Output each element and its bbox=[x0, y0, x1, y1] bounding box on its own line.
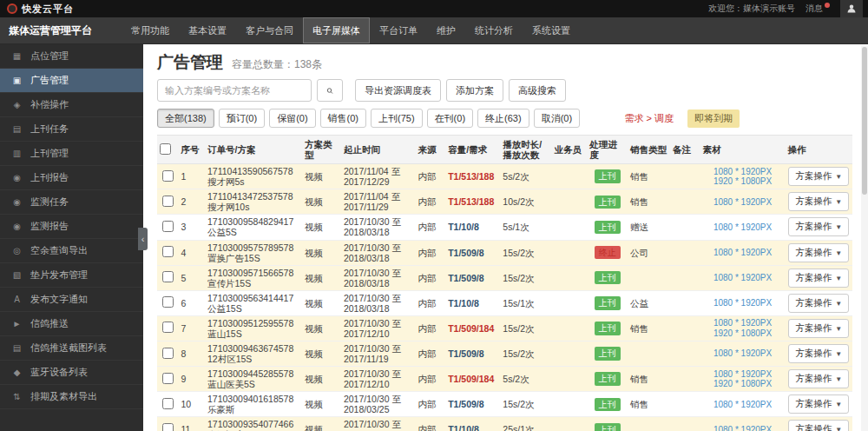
filter-button-5[interactable]: 在刊(0) bbox=[427, 109, 473, 128]
nav-item-2[interactable]: 客户与合同 bbox=[236, 17, 303, 43]
row-checkbox[interactable] bbox=[162, 322, 174, 333]
material-link[interactable]: 1080 * 1920PX bbox=[700, 341, 786, 367]
plan-actions-button[interactable]: 方案操作▼ bbox=[788, 269, 849, 288]
row-checkbox[interactable] bbox=[162, 373, 174, 384]
sidebar-item-7[interactable]: ◉ 监测报告 bbox=[0, 215, 143, 239]
row-source: 内部 bbox=[416, 315, 446, 341]
search-input[interactable] bbox=[157, 79, 312, 102]
status-badge: 上刊 bbox=[595, 322, 621, 335]
filter-button-4[interactable]: 上刊(75) bbox=[371, 109, 423, 128]
sidebar-item-12[interactable]: ▤ 信鸽推送截图列表 bbox=[0, 336, 143, 361]
row-play-duration: 15s/2次 bbox=[500, 240, 551, 265]
sidebar-item-5[interactable]: ◉ 上刊报告 bbox=[0, 166, 143, 190]
search-button[interactable] bbox=[317, 79, 343, 102]
sidebar-item-3[interactable]: ▤ 上刊任务 bbox=[0, 117, 143, 142]
row-checkbox[interactable] bbox=[162, 348, 174, 359]
column-header-1: 订单号/方案 bbox=[205, 136, 302, 164]
sidebar-item-1[interactable]: ▣ 广告管理 bbox=[0, 69, 143, 93]
scrollbar-thumb[interactable] bbox=[862, 47, 867, 195]
plan-actions-button[interactable]: 方案操作▼ bbox=[788, 344, 849, 363]
row-checkbox[interactable] bbox=[162, 423, 174, 431]
row-plan-type: 视频 bbox=[302, 265, 341, 290]
sidebar-item-13[interactable]: ◆ 蓝牙设备列表 bbox=[0, 361, 143, 385]
nav-item-5[interactable]: 维护 bbox=[427, 17, 465, 43]
sidebar-item-8[interactable]: ◎ 空余查询导出 bbox=[0, 239, 143, 263]
plan-actions-button[interactable]: 方案操作▼ bbox=[788, 217, 849, 236]
material-link[interactable]: 1080 * 1920PX bbox=[700, 392, 786, 417]
messages-link[interactable]: 消息 bbox=[806, 3, 830, 15]
legend-demand-over-schedule: 需求 > 调度 bbox=[624, 112, 674, 125]
material-link[interactable]: 1080 * 1920PX bbox=[700, 215, 786, 240]
export-schedule-button[interactable]: 导出资源调度表 bbox=[355, 79, 441, 102]
row-seq: 1 bbox=[178, 164, 205, 189]
plan-actions-button[interactable]: 方案操作▼ bbox=[788, 192, 849, 211]
column-header-7: 业务员 bbox=[551, 136, 587, 164]
chevron-down-icon: ▼ bbox=[835, 426, 842, 431]
row-date-range: 2017/10/30 至 2018/03/18 bbox=[341, 240, 416, 265]
row-seq: 6 bbox=[178, 290, 205, 315]
filter-button-0[interactable]: 全部(138) bbox=[157, 109, 214, 128]
nav-item-1[interactable]: 基本设置 bbox=[179, 17, 236, 43]
material-link[interactable]: 1080 * 1920PX 1920 * 1080PX bbox=[700, 164, 786, 189]
sidebar-item-0[interactable]: ▦ 点位管理 bbox=[0, 44, 143, 69]
sidebar-item-6[interactable]: ◉ 监测任务 bbox=[0, 190, 143, 215]
nav-item-3[interactable]: 电子屏媒体 bbox=[303, 17, 370, 43]
user-menu-button[interactable] bbox=[840, 0, 863, 17]
nav-item-6[interactable]: 统计分析 bbox=[465, 17, 523, 43]
row-checkbox[interactable] bbox=[162, 246, 174, 257]
filter-button-7[interactable]: 取消(0) bbox=[534, 109, 580, 128]
sidebar-item-2[interactable]: ◈ 补偿操作 bbox=[0, 93, 143, 117]
material-link[interactable]: 1080 * 1920PX 1920 * 1080PX bbox=[700, 315, 786, 341]
row-status-cell: 上刊 bbox=[587, 367, 628, 392]
row-capacity-demand: T1/509/8 bbox=[445, 240, 500, 265]
sidebar-item-14[interactable]: ⇅ 排期及素材导出 bbox=[0, 385, 143, 409]
plan-actions-button[interactable]: 方案操作▼ bbox=[788, 369, 849, 388]
material-link[interactable]: 1080 * 1920PX bbox=[700, 189, 786, 215]
sidebar-collapse-button[interactable]: ‹ bbox=[138, 228, 148, 250]
nav-item-4[interactable]: 平台订单 bbox=[370, 17, 427, 43]
row-checkbox[interactable] bbox=[162, 170, 174, 182]
material-link[interactable]: 1080 * 1920PX bbox=[700, 265, 786, 290]
row-remark bbox=[670, 215, 700, 240]
plan-actions-button[interactable]: 方案操作▼ bbox=[788, 319, 849, 338]
row-plan-type: 视频 bbox=[302, 392, 341, 417]
row-source: 内部 bbox=[416, 240, 446, 265]
material-link[interactable]: 1080 * 1920PX bbox=[700, 290, 786, 315]
sidebar-item-11[interactable]: ► 信鸽推送 bbox=[0, 312, 143, 336]
plan-actions-button[interactable]: 方案操作▼ bbox=[788, 167, 849, 186]
row-date-range: 2017/10/30 至 2017/12/10 bbox=[341, 315, 416, 341]
plan-actions-button[interactable]: 方案操作▼ bbox=[788, 420, 849, 431]
row-checkbox[interactable] bbox=[162, 271, 174, 282]
sidebar-item-9[interactable]: ▧ 垫片发布管理 bbox=[0, 263, 143, 288]
plan-actions-button[interactable]: 方案操作▼ bbox=[788, 395, 849, 414]
add-plan-button[interactable]: 添加方案 bbox=[446, 79, 503, 102]
page-scrollbar[interactable] bbox=[861, 45, 868, 431]
row-order-plan: 17103009563414417 公益15S bbox=[205, 290, 302, 315]
material-link[interactable]: 1080 * 1920PX bbox=[700, 240, 786, 265]
logo-icon bbox=[7, 3, 17, 14]
material-link[interactable]: 1080 * 1920PX bbox=[700, 417, 786, 431]
advanced-search-button[interactable]: 高级搜索 bbox=[509, 79, 566, 102]
plan-actions-button[interactable]: 方案操作▼ bbox=[788, 294, 849, 313]
sidebar-item-10[interactable]: A 发布文字通知 bbox=[0, 288, 143, 312]
sidebar-item-4[interactable]: ▥ 上刊管理 bbox=[0, 142, 143, 166]
filter-button-2[interactable]: 保留(0) bbox=[269, 109, 315, 128]
filter-button-6[interactable]: 终止(63) bbox=[477, 109, 529, 128]
row-checkbox[interactable] bbox=[162, 221, 174, 232]
row-plan-type: 视频 bbox=[302, 164, 341, 189]
row-checkbox[interactable] bbox=[162, 398, 174, 409]
compensate-icon: ◈ bbox=[11, 100, 23, 109]
row-play-duration: 25s/1次 bbox=[500, 417, 551, 431]
row-status-cell: 上刊 bbox=[587, 290, 628, 315]
nav-item-0[interactable]: 常用功能 bbox=[122, 17, 179, 43]
nav-item-7[interactable]: 系统设置 bbox=[523, 17, 580, 43]
user-icon bbox=[846, 3, 857, 14]
row-checkbox[interactable] bbox=[162, 196, 174, 207]
filter-button-3[interactable]: 销售(0) bbox=[320, 109, 366, 128]
material-link[interactable]: 1080 * 1920PX 1920 * 1080PX bbox=[700, 367, 786, 392]
select-all-checkbox[interactable] bbox=[160, 143, 171, 155]
row-checkbox[interactable] bbox=[162, 296, 174, 308]
plan-actions-button[interactable]: 方案操作▼ bbox=[788, 243, 849, 262]
row-seq: 3 bbox=[178, 215, 205, 240]
filter-button-1[interactable]: 预订(0) bbox=[219, 109, 265, 128]
